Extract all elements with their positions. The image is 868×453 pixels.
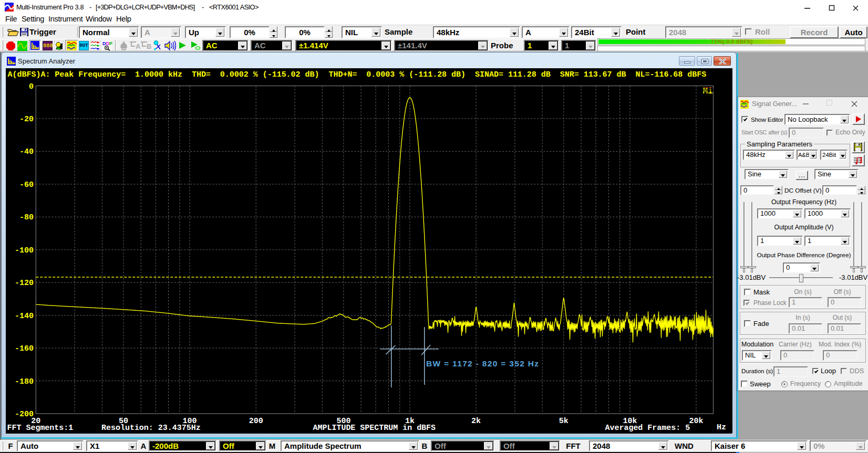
svg-text:0: 0 — [28, 82, 33, 91]
svg-text:20k: 20k — [689, 417, 703, 426]
svg-text:-80: -80 — [19, 213, 33, 222]
svg-text:P: P — [109, 41, 112, 46]
svg-text:-100: -100 — [14, 246, 33, 255]
svg-text:-20: -20 — [19, 115, 33, 124]
svg-text:AMPLITUDE SPECTRUM in dBFS: AMPLITUDE SPECTRUM in dBFS — [313, 424, 436, 433]
svg-text:Hz: Hz — [717, 423, 726, 432]
svg-text:-180: -180 — [14, 377, 33, 386]
svg-text:-120: -120 — [14, 279, 33, 288]
svg-text:-140: -140 — [14, 312, 33, 321]
svg-text:BW = 1172 - 820 = 352 Hz: BW = 1172 - 820 = 352 Hz — [426, 359, 539, 368]
svg-text:2k: 2k — [471, 417, 481, 426]
svg-text:5k: 5k — [559, 417, 568, 426]
svg-text:200: 200 — [249, 417, 263, 426]
svg-text:A(dBFS)A: Peak Frequency= 1.0: A(dBFS)A: Peak Frequency= 1.0000 kHz THD… — [7, 70, 706, 79]
svg-text:-160: -160 — [14, 344, 33, 353]
svg-text:FFT Segments:1: FFT Segments:1 — [7, 424, 73, 433]
svg-text:Mi: Mi — [702, 87, 712, 96]
svg-text:Averaged Frames: 5: Averaged Frames: 5 — [605, 424, 690, 433]
svg-text:-40: -40 — [19, 148, 33, 156]
svg-text:-60: -60 — [19, 181, 33, 189]
svg-text:Resolution: 23.4375Hz: Resolution: 23.4375Hz — [101, 424, 201, 433]
